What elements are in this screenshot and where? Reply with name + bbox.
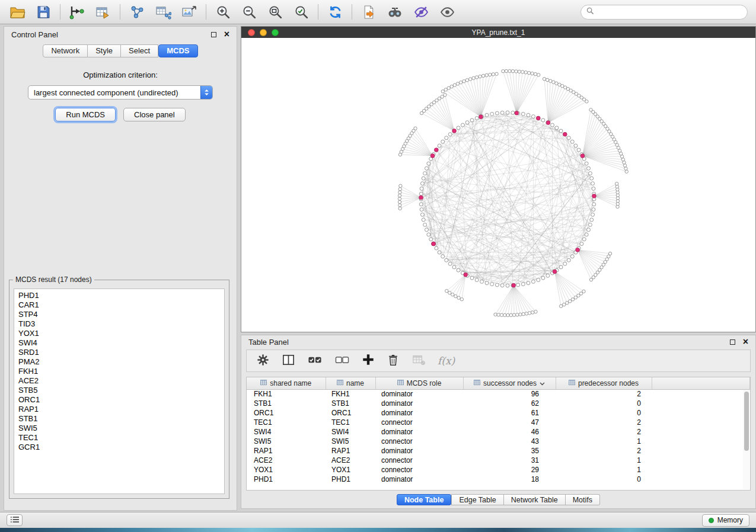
table-cell: dominator [375,399,463,408]
hide-visual-icon [414,5,429,20]
window-minimize-button[interactable] [260,29,267,36]
refresh-button[interactable] [326,3,344,21]
zoom-in-button[interactable] [214,3,232,21]
tab-style[interactable]: Style [88,44,121,57]
table-row[interactable]: PHD1PHD1dominator180 [247,475,750,484]
panel-menu-button[interactable] [7,514,23,526]
new-network-button[interactable] [128,3,146,21]
memory-button[interactable]: Memory [702,514,749,527]
network-graph[interactable] [241,38,755,332]
mcds-result-item[interactable]: SWI4 [14,338,224,348]
mcds-result-item[interactable]: STP4 [14,310,224,319]
column-header-shared-name[interactable]: shared name [247,377,326,389]
open-button[interactable] [8,3,26,21]
table-cell: TEC1 [247,418,326,427]
table-scrollbar[interactable] [743,390,749,489]
mcds-result-item[interactable]: ORC1 [14,395,224,405]
table-cell: connector [375,465,463,475]
add-row-button[interactable] [362,353,375,368]
mcds-result-item[interactable]: TEC1 [14,433,224,443]
column-header-predecessor-nodes[interactable]: predecessor nodes [556,377,652,389]
close-panel-icon[interactable]: × [224,30,229,39]
run-mcds-button[interactable]: Run MCDS [55,108,116,121]
mcds-result-item[interactable]: SWI5 [14,424,224,433]
tab-motifs[interactable]: Motifs [566,494,600,505]
clear-selection-button[interactable] [334,353,350,369]
mcds-result-item[interactable]: FKH1 [14,367,224,376]
mcds-result-list[interactable]: PHD1CAR1STP4TID3YOX1SWI4SRD1PMA2FKH1ACE2… [14,289,225,494]
export-document-button[interactable] [360,3,378,21]
mcds-result-item[interactable]: YOX1 [14,329,224,338]
table-row[interactable]: TEC1TEC1connector472 [247,418,750,427]
float-panel-icon[interactable] [211,32,216,37]
table-cell: FKH1 [326,389,375,399]
network-canvas[interactable] [241,38,755,332]
table-scrollbar-thumb[interactable] [744,392,749,451]
criterion-dropdown[interactable]: largest connected component (undirected) [28,85,213,100]
control-panel: Control Panel × Network Style Select MCD… [4,26,237,511]
tab-node-table[interactable]: Node Table [397,494,451,505]
table-cell: SWI5 [326,437,375,446]
close-table-panel-icon[interactable]: × [743,337,748,347]
table-cell-filler [652,446,750,456]
export-table-button[interactable] [154,3,172,21]
column-header-mcds-role[interactable]: MCDS role [375,377,463,389]
table-row[interactable]: YOX1YOX1connector291 [247,465,750,475]
show-visual-button[interactable] [438,3,456,21]
tab-network-table[interactable]: Network Table [504,494,566,505]
columns-button[interactable] [282,353,295,369]
mcds-result-item[interactable]: GCR1 [14,443,224,452]
table-row[interactable]: SWI4SWI4dominator462 [247,427,750,437]
window-zoom-button[interactable] [272,29,279,36]
add-row-icon [362,353,375,368]
settings-button[interactable] [256,353,270,369]
search-input[interactable] [598,7,742,17]
table-row[interactable]: SWI5SWI5connector431 [247,437,750,446]
mcds-result-item[interactable]: CAR1 [14,300,224,310]
window-close-button[interactable] [248,29,255,36]
mcds-result-item[interactable]: PMA2 [14,357,224,367]
column-header-successor-nodes[interactable]: successor nodes [463,377,556,389]
zoom-out-button[interactable] [240,3,258,21]
mcds-result-item[interactable]: PHD1 [14,291,224,300]
mcds-result-item[interactable]: SRD1 [14,348,224,357]
float-table-panel-icon[interactable] [730,339,735,345]
tab-select[interactable]: Select [121,44,158,57]
import-table-button[interactable] [94,3,112,21]
table-row[interactable]: ORC1ORC1dominator610 [247,408,750,418]
tab-mcds[interactable]: MCDS [158,44,197,57]
table-cell: 1 [556,456,652,465]
close-panel-button[interactable]: Close panel [123,108,186,121]
find-button[interactable] [386,3,404,21]
table-mini-icon [260,379,267,387]
table-row[interactable]: STB1STB1dominator620 [247,399,750,408]
mcds-result-item[interactable]: RAP1 [14,405,224,414]
table-row[interactable]: RAP1RAP1dominator352 [247,446,750,456]
mcds-result-item[interactable]: TID3 [14,319,224,329]
import-network-button[interactable] [68,3,86,21]
save-button[interactable] [34,3,52,21]
column-header-name[interactable]: name [326,377,375,389]
network-window-titlebar[interactable]: YPA_prune.txt_1 [241,27,755,38]
table-cell: PHD1 [326,475,375,484]
export-image-button[interactable] [180,3,198,21]
delete-row-button[interactable] [387,353,400,369]
hide-visual-button[interactable] [412,3,430,21]
dropdown-stepper-icon [200,85,212,100]
search-box[interactable] [580,5,748,20]
mcds-result-item[interactable]: STB1 [14,414,224,424]
select-all-button[interactable] [307,353,323,369]
tab-edge-table[interactable]: Edge Table [451,494,503,505]
table-mini-icon [337,379,343,387]
memory-status-icon [709,518,714,523]
mcds-result-item[interactable]: STB5 [14,386,224,395]
toolbar-separator [318,4,318,20]
select-all-icon [307,353,323,369]
zoom-selected-button[interactable] [292,3,310,21]
mcds-result-item[interactable]: ACE2 [14,376,224,386]
zoom-fit-button[interactable] [266,3,284,21]
table-row[interactable]: FKH1FKH1dominator962 [247,389,750,399]
tab-network[interactable]: Network [43,44,88,57]
table-cell-filler [652,465,750,475]
table-row[interactable]: ACE2ACE2connector311 [247,456,750,465]
